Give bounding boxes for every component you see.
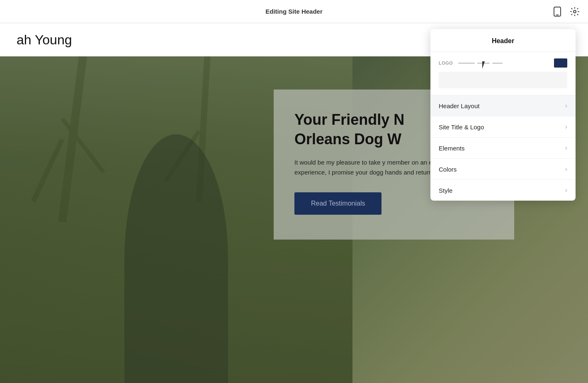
chevron-icon-site-title-logo: › (565, 123, 567, 131)
chevron-icon-style: › (565, 187, 567, 194)
svg-point-2 (573, 10, 576, 13)
header-panel: Header LOGO Header Layout › Site Title &… (430, 29, 576, 201)
top-bar-icons (552, 7, 580, 17)
mobile-icon[interactable] (552, 7, 562, 17)
panel-menu-label-colors: Colors (439, 166, 457, 173)
svg-rect-1 (556, 15, 559, 15)
logo-line-3 (492, 63, 503, 64)
logo-line-1 (458, 63, 475, 64)
panel-menu-site-title-logo[interactable]: Site Title & Logo › (430, 116, 576, 138)
read-testimonials-button[interactable]: Read Testimonials (294, 192, 381, 215)
panel-menu-style[interactable]: Style › (430, 180, 576, 201)
logo-lines (458, 63, 549, 64)
panel-title: Header (492, 37, 514, 44)
panel-menu-colors[interactable]: Colors › (430, 159, 576, 180)
panel-menu-header-layout[interactable]: Header Layout › (430, 95, 576, 116)
chevron-icon-colors: › (565, 165, 567, 173)
panel-menu-label-style: Style (439, 187, 452, 194)
hero-title-line2: Orleans (294, 131, 354, 148)
panel-logo-preview (439, 72, 567, 88)
chevron-icon-elements: › (565, 144, 567, 152)
hero-title-bold: Dog W (354, 131, 401, 148)
logo-block (554, 58, 567, 68)
settings-icon[interactable] (570, 7, 580, 17)
panel-menu-label-site-title-logo: Site Title & Logo (439, 124, 484, 131)
logo-line-2 (477, 63, 490, 64)
panel-header: Header (430, 29, 576, 52)
chevron-icon-header-layout: › (565, 102, 567, 109)
panel-logo-label: LOGO (439, 61, 453, 65)
top-bar: Editing Site Header (0, 0, 588, 23)
panel-menu-label-header-layout: Header Layout (439, 102, 479, 109)
hero-title-line1: Your Friendly N (294, 111, 404, 128)
panel-menu-label-elements: Elements (439, 145, 465, 152)
top-bar-title: Editing Site Header (265, 8, 323, 15)
panel-menu-elements[interactable]: Elements › (430, 138, 576, 159)
panel-logo-section: LOGO (430, 52, 576, 95)
site-logo-name: ah Young (17, 32, 72, 48)
panel-logo-row: LOGO (439, 58, 567, 68)
